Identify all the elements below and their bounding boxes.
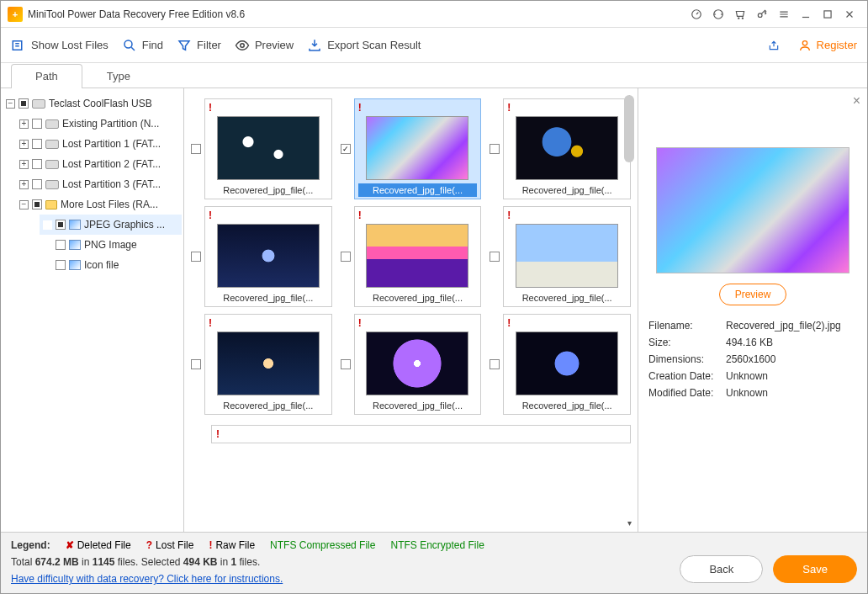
file-item[interactable]: !Recovered_jpg_file(... xyxy=(341,98,482,199)
register-button[interactable]: Register xyxy=(798,39,857,52)
show-lost-label: Show Lost Files xyxy=(31,39,108,51)
svg-point-7 xyxy=(241,43,245,47)
file-checkbox[interactable] xyxy=(191,252,201,262)
svg-point-3 xyxy=(758,13,762,17)
expand-icon[interactable]: + xyxy=(19,160,29,169)
file-item[interactable]: !Recovered_jpg_file(... xyxy=(341,206,482,307)
find-button[interactable]: Find xyxy=(122,38,163,53)
tree-item-label: JPEG Graphics ... xyxy=(84,219,165,231)
scroll-thumb[interactable] xyxy=(624,95,634,162)
file-checkbox[interactable] xyxy=(191,144,201,154)
meta-key: Modified Date: xyxy=(648,387,726,399)
checkbox[interactable] xyxy=(56,260,66,270)
file-card[interactable]: !Recovered_jpg_file(... xyxy=(204,206,332,307)
tree-item-icon[interactable]: Icon file xyxy=(40,255,182,275)
minimize-button[interactable] xyxy=(795,3,817,25)
key-icon[interactable] xyxy=(751,3,773,25)
file-item[interactable]: !Recovered_jpg_file(... xyxy=(191,98,332,199)
folder-tree[interactable]: − Teclast CoolFlash USB +Existing Partit… xyxy=(1,88,184,532)
collapse-icon[interactable]: − xyxy=(19,200,29,209)
dashboard-icon[interactable] xyxy=(685,3,707,25)
meta-value: 2560x1600 xyxy=(726,353,775,365)
raw-file-icon: ! xyxy=(507,103,511,113)
tree-item-label: PNG Image xyxy=(84,239,137,251)
tree-item-more-lost[interactable]: −More Lost Files (RA... xyxy=(16,194,182,215)
checkbox[interactable] xyxy=(32,119,42,129)
file-card[interactable]: !Recovered_jpg_file(... xyxy=(503,314,631,415)
file-card[interactable]: !Recovered_jpg_file(... xyxy=(354,98,482,199)
thumbnail xyxy=(516,116,618,180)
file-item[interactable]: !Recovered_jpg_file(... xyxy=(490,98,631,199)
raw-file-icon: ! xyxy=(507,210,511,220)
file-card[interactable]: !Recovered_jpg_file(... xyxy=(503,206,631,307)
tree-item-png[interactable]: PNG Image xyxy=(40,235,182,255)
preview-button[interactable]: Preview xyxy=(235,38,294,53)
tree-root[interactable]: − Teclast CoolFlash USB xyxy=(3,93,182,114)
back-button[interactable]: Back xyxy=(680,555,763,583)
close-button[interactable] xyxy=(839,3,860,25)
file-checkbox[interactable] xyxy=(490,144,500,154)
close-icon[interactable]: × xyxy=(853,93,860,109)
scrollbar[interactable]: ▴ ▾ xyxy=(622,95,636,525)
file-card[interactable]: !Recovered_jpg_file(... xyxy=(204,314,332,415)
file-checkbox[interactable] xyxy=(341,252,351,262)
support-icon[interactable] xyxy=(707,3,729,25)
filter-label: Filter xyxy=(197,39,221,51)
file-grid[interactable]: !Recovered_jpg_file(...!Recovered_jpg_fi… xyxy=(184,88,638,425)
expand-icon[interactable]: + xyxy=(19,140,29,149)
expand-icon[interactable]: + xyxy=(19,119,29,129)
file-card[interactable]: !Recovered_jpg_file(... xyxy=(354,206,482,307)
file-item[interactable]: !Recovered_jpg_file(... xyxy=(341,314,482,415)
expand-icon[interactable]: + xyxy=(19,180,29,189)
checkbox[interactable] xyxy=(32,179,42,189)
tree-item[interactable]: +Lost Partition 1 (FAT... xyxy=(16,134,182,154)
filter-button[interactable]: Filter xyxy=(177,38,221,53)
menu-icon[interactable] xyxy=(773,3,795,25)
file-checkbox[interactable] xyxy=(490,359,500,369)
legend-deleted: ✘Deleted File xyxy=(66,539,131,551)
export-scan-button[interactable]: Export Scan Result xyxy=(307,38,421,53)
file-name: Recovered_jpg_file(... xyxy=(209,399,328,412)
checkbox[interactable] xyxy=(32,199,42,209)
tab-type[interactable]: Type xyxy=(82,64,155,88)
file-checkbox[interactable] xyxy=(490,252,500,262)
checkbox[interactable] xyxy=(32,159,42,169)
share-icon[interactable] xyxy=(763,34,785,56)
file-item[interactable]: !Recovered_jpg_file(... xyxy=(490,314,631,415)
toolbar: Show Lost Files Find Filter Preview Expo… xyxy=(1,28,867,63)
collapse-icon[interactable]: − xyxy=(6,99,15,109)
tree-item-jpeg[interactable]: JPEG Graphics ... xyxy=(40,215,182,235)
thumbnail xyxy=(217,331,320,395)
file-card[interactable]: !Recovered_jpg_file(... xyxy=(503,98,631,199)
show-lost-files-button[interactable]: Show Lost Files xyxy=(11,38,108,53)
file-checkbox[interactable] xyxy=(191,359,201,369)
drive-icon xyxy=(45,140,59,149)
save-button[interactable]: Save xyxy=(773,555,857,583)
file-card[interactable]: !Recovered_jpg_file(... xyxy=(204,98,332,199)
preview-detail-button[interactable]: Preview xyxy=(719,284,787,305)
register-label: Register xyxy=(817,39,857,51)
checkbox[interactable] xyxy=(32,139,42,149)
maximize-button[interactable] xyxy=(817,3,839,25)
file-name: Recovered_jpg_file(... xyxy=(209,291,328,305)
tree-item[interactable]: +Lost Partition 2 (FAT... xyxy=(16,154,182,174)
tree-item[interactable]: +Lost Partition 3 (FAT... xyxy=(16,174,182,194)
file-item[interactable]: !Recovered_jpg_file(... xyxy=(191,206,332,307)
tree-item-label: More Lost Files (RA... xyxy=(61,199,158,210)
file-item[interactable]: !Recovered_jpg_file(... xyxy=(490,206,631,307)
cart-icon[interactable] xyxy=(729,3,751,25)
tree-item-label: Lost Partition 3 (FAT... xyxy=(62,178,161,190)
file-item[interactable]: !Recovered_jpg_file(... xyxy=(191,314,332,415)
tab-path[interactable]: Path xyxy=(11,64,82,88)
legend-label: Legend: xyxy=(11,539,50,551)
file-checkbox[interactable] xyxy=(341,359,351,369)
file-checkbox[interactable] xyxy=(341,144,351,154)
tree-item-label: Icon file xyxy=(84,259,119,271)
checkbox[interactable] xyxy=(56,220,66,230)
file-name: Recovered_jpg_file(... xyxy=(358,399,478,412)
checkbox[interactable] xyxy=(19,98,29,109)
tree-item[interactable]: +Existing Partition (N... xyxy=(16,114,182,134)
file-card[interactable]: !Recovered_jpg_file(... xyxy=(354,314,482,415)
checkbox[interactable] xyxy=(56,240,66,250)
scroll-down-icon[interactable]: ▾ xyxy=(624,518,634,528)
